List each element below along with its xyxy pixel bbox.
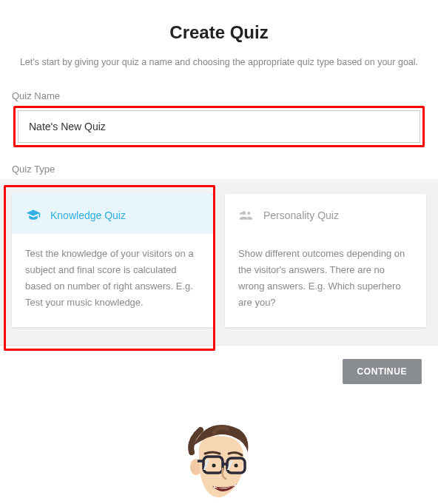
svg-point-2 [240,212,242,214]
quiz-name-label: Quiz Name [12,90,426,101]
continue-button[interactable]: CONTINUE [343,359,422,384]
page-subtitle: Let's start by giving your quiz a name a… [12,56,426,70]
card-description: Test the knowledge of your visitors on a… [12,234,213,327]
graduation-cap-icon [25,207,41,224]
quiz-type-area: Knowledge Quiz Test the knowledge of you… [0,179,438,345]
people-icon [238,207,255,224]
svg-point-1 [247,212,250,215]
svg-point-9 [235,464,238,468]
avatar [171,415,267,504]
card-title: Knowledge Quiz [50,209,126,221]
quiz-type-card-knowledge[interactable]: Knowledge Quiz Test the knowledge of you… [12,194,213,327]
quiz-type-card-personality[interactable]: Personality Quiz Show different outcomes… [225,194,426,327]
card-title: Personality Quiz [263,209,339,221]
svg-point-0 [242,211,246,215]
quiz-name-highlight [13,106,425,147]
svg-point-8 [212,464,216,468]
quiz-name-input[interactable] [18,110,420,143]
card-description: Show different outcomes depending on the… [225,234,426,327]
page-title: Create Quiz [12,22,426,43]
quiz-type-label: Quiz Type [12,164,426,175]
